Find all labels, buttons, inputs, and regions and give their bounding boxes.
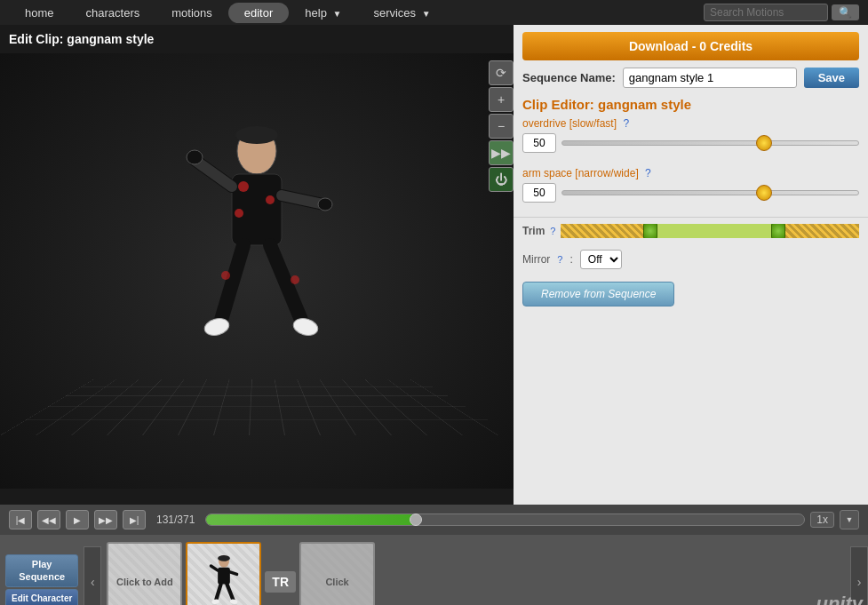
overdrive-thumb[interactable] — [756, 135, 772, 151]
trim-row: Trim ? - — [522, 221, 859, 241]
remove-btn-container: Remove from Sequence — [514, 275, 868, 314]
click-label: Click — [325, 577, 348, 587]
svg-line-21 — [211, 566, 218, 570]
services-dropdown-arrow: ▼ — [422, 9, 431, 19]
vp-zoom-out-btn[interactable]: − — [489, 114, 514, 139]
arm-space-thumb[interactable] — [756, 185, 772, 201]
clip-editor-title: Clip Editor: gangnam style — [514, 92, 868, 114]
active-clip[interactable]: Edit Clip — [186, 542, 261, 606]
search-area: 🔍 — [704, 4, 859, 21]
download-button[interactable]: Download - 0 Credits — [522, 32, 859, 60]
sequence-name-input[interactable] — [623, 68, 797, 88]
trim-thumb-right[interactable] — [771, 224, 785, 238]
vp-power-btn[interactable]: ⏻ — [489, 167, 514, 192]
active-clip-character — [206, 555, 242, 606]
overdrive-value: 50 — [522, 133, 556, 153]
pb-skip-start-btn[interactable]: |◀ — [9, 510, 32, 529]
mirror-label: Mirror — [522, 253, 550, 266]
svg-line-7 — [195, 160, 232, 187]
viewport-title: Edit Clip: gangnam style — [0, 25, 514, 53]
click-to-add-clip[interactable]: Click to Add — [107, 542, 182, 606]
arm-space-slider[interactable] — [561, 186, 859, 200]
svg-point-3 — [238, 181, 249, 192]
pb-speed-dropdown[interactable]: ▼ — [840, 510, 859, 529]
trim-help-link[interactable]: ? — [550, 226, 555, 236]
trim-track — [561, 224, 859, 238]
vp-forward-btn[interactable]: ▶▶ — [489, 140, 514, 165]
pb-counter: 131/371 — [156, 513, 195, 526]
click-to-add-label: Click to Add — [116, 577, 173, 587]
trim-track-container[interactable]: -50% 0% 372 frames 100% 150% — [561, 221, 859, 241]
save-button[interactable]: Save — [804, 68, 859, 88]
pb-play-btn[interactable]: ▶ — [66, 510, 89, 529]
overdrive-slider[interactable] — [561, 136, 859, 150]
viewport-toolbar: ⟳ + − ▶▶ ⏻ — [489, 60, 514, 192]
unity-logo: unity — [816, 593, 863, 605]
play-sequence-button[interactable]: Play Sequence — [5, 554, 78, 586]
help-dropdown-arrow: ▼ — [333, 9, 342, 19]
svg-point-10 — [187, 150, 203, 164]
mirror-select[interactable]: Off On — [580, 250, 622, 269]
trim-hatch-right — [778, 224, 859, 238]
svg-line-23 — [216, 584, 220, 599]
nav-help[interactable]: help ▼ — [289, 3, 357, 23]
svg-line-12 — [221, 245, 243, 320]
pb-progress-fill — [206, 514, 416, 525]
pb-skip-end-btn[interactable]: ▶| — [123, 510, 146, 529]
svg-point-16 — [221, 271, 230, 280]
sequence-name-label: Sequence Name: — [522, 71, 616, 84]
top-navigation: home characters motions editor help ▼ se… — [0, 0, 868, 25]
pb-step-back-btn[interactable]: ◀◀ — [37, 510, 60, 529]
trim-section: Trim ? - — [514, 217, 868, 244]
vp-reset-btn[interactable]: ⟳ — [489, 60, 514, 85]
svg-point-19 — [218, 555, 230, 561]
seq-nav-left-btn[interactable]: ‹ — [84, 546, 101, 606]
overdrive-label: overdrive [slow/fast] ? — [522, 117, 859, 130]
svg-line-24 — [227, 584, 233, 599]
click-clip[interactable]: Click — [299, 542, 375, 606]
arm-space-section: arm space [narrow/wide] ? 50 — [514, 163, 868, 213]
unity-branding: unity http://www.unitymanual.com — [763, 593, 863, 605]
svg-point-26 — [229, 599, 237, 605]
sequence-row: Sequence Name: Save — [514, 64, 868, 92]
arm-space-label: arm space [narrow/wide] ? — [522, 167, 859, 179]
svg-point-5 — [235, 209, 243, 218]
trim-active-zone — [650, 224, 778, 238]
mirror-help-link[interactable]: ? — [557, 254, 562, 265]
svg-point-17 — [291, 275, 299, 284]
arm-space-help-link[interactable]: ? — [645, 167, 651, 179]
viewport-container: Edit Clip: gangnam style — [0, 25, 514, 505]
pb-progress-thumb[interactable] — [410, 513, 422, 526]
viewport-canvas — [0, 53, 514, 489]
pb-speed-label: 1x — [810, 512, 834, 528]
pb-step-fwd-btn[interactable]: ▶▶ — [94, 510, 117, 529]
svg-point-11 — [318, 198, 332, 211]
nav-characters[interactable]: characters — [70, 3, 156, 23]
search-input[interactable] — [704, 4, 828, 21]
vp-zoom-in-btn[interactable]: + — [489, 87, 514, 112]
svg-point-25 — [211, 599, 219, 605]
arm-space-param-row: 50 — [522, 183, 859, 203]
arm-space-track — [561, 190, 859, 195]
clip-area: Click to Add Edit Clip TR Click — [101, 535, 380, 605]
playback-bar: |◀ ◀◀ ▶ ▶▶ ▶| 131/371 1x ▼ — [0, 505, 868, 535]
overdrive-help-link[interactable]: ? — [623, 117, 629, 130]
mirror-colon: : — [569, 253, 572, 266]
search-button[interactable]: 🔍 — [832, 4, 859, 20]
nav-home[interactable]: home — [9, 3, 70, 23]
sequence-editor: Play Sequence Edit Character ‹ Click to … — [0, 535, 868, 605]
tr-transition-label: TR — [265, 571, 296, 593]
overdrive-param-row: 50 — [522, 133, 859, 153]
trim-label: Trim — [522, 225, 545, 237]
nav-editor[interactable]: editor — [228, 3, 290, 23]
seq-left-buttons: Play Sequence Edit Character — [0, 549, 84, 605]
pb-progress-bar[interactable] — [205, 513, 805, 526]
edit-character-button[interactable]: Edit Character — [5, 589, 78, 605]
arm-space-value: 50 — [522, 183, 556, 203]
nav-motions[interactable]: motions — [155, 3, 228, 23]
trim-hatch-left — [561, 224, 650, 238]
nav-services[interactable]: services ▼ — [357, 3, 446, 23]
svg-line-22 — [230, 571, 237, 574]
trim-thumb-left[interactable] — [643, 224, 657, 238]
remove-sequence-button[interactable]: Remove from Sequence — [522, 282, 674, 306]
